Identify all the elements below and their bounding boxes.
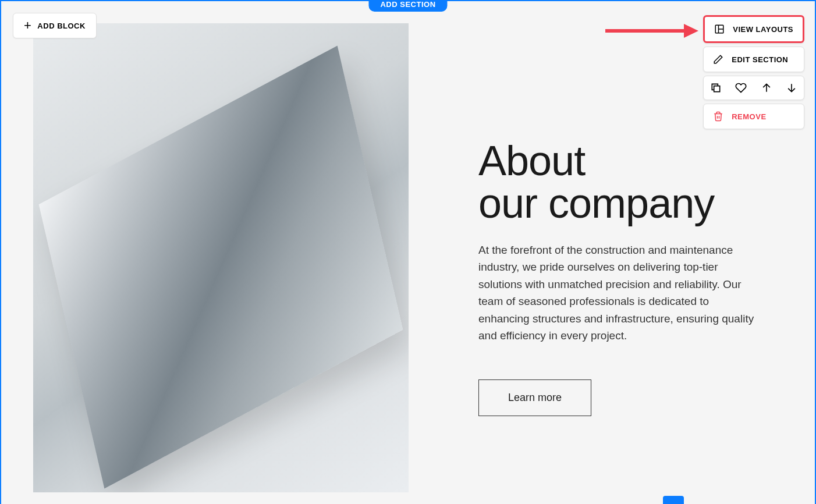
trash-icon (713, 111, 723, 122)
favorite-button[interactable] (735, 82, 747, 94)
add-block-label: ADD BLOCK (37, 22, 86, 30)
svg-rect-5 (714, 86, 720, 92)
remove-label: REMOVE (732, 112, 766, 121)
pencil-icon (713, 54, 723, 65)
heading-line-1: About (478, 137, 585, 184)
duplicate-button[interactable] (710, 82, 722, 94)
view-layouts-label: VIEW LAYOUTS (733, 25, 793, 34)
view-layouts-button[interactable]: VIEW LAYOUTS (703, 15, 804, 43)
svg-marker-1 (684, 24, 698, 38)
add-section-label: ADD SECTION (380, 0, 435, 9)
heading-line-2: our company (478, 180, 714, 226)
heart-icon (735, 82, 747, 94)
edit-section-label: EDIT SECTION (732, 55, 788, 64)
duplicate-icon (710, 82, 722, 94)
move-down-button[interactable] (786, 82, 797, 94)
section-heading[interactable]: About our company (478, 140, 758, 225)
bottom-handle-button[interactable] (663, 496, 684, 504)
learn-more-button[interactable]: Learn more (478, 379, 591, 416)
layout-icon (714, 24, 725, 34)
section-content[interactable]: About our company At the forefront of th… (33, 23, 783, 504)
arrow-down-icon (786, 82, 797, 94)
section-context-menu: VIEW LAYOUTS EDIT SECTION (703, 15, 804, 129)
edit-section-button[interactable]: EDIT SECTION (703, 47, 804, 72)
arrow-up-icon (761, 82, 772, 94)
add-section-button[interactable]: ADD SECTION (368, 1, 447, 12)
add-block-button[interactable]: + ADD BLOCK (13, 13, 97, 38)
learn-more-label: Learn more (508, 392, 562, 403)
section-image[interactable] (33, 23, 409, 492)
section-action-row (703, 76, 804, 100)
annotation-arrow (605, 23, 698, 39)
move-up-button[interactable] (761, 82, 772, 94)
section-body[interactable]: At the forefront of the construction and… (478, 242, 758, 345)
remove-button[interactable]: REMOVE (703, 104, 804, 129)
plus-icon: + (24, 19, 31, 32)
